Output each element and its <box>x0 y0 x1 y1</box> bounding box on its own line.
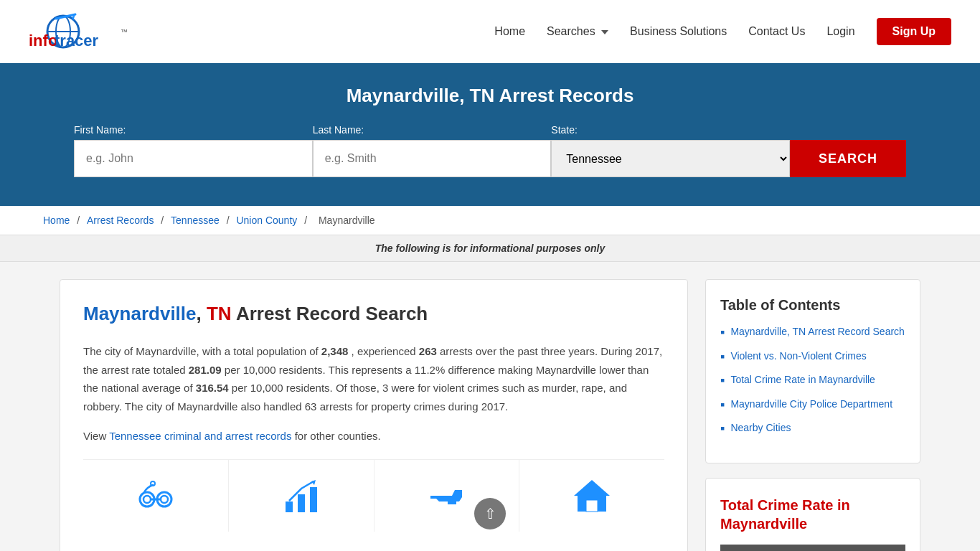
svg-rect-20 <box>586 500 598 512</box>
last-name-input[interactable] <box>313 140 552 177</box>
breadcrumb-tennessee[interactable]: Tennessee <box>171 215 220 226</box>
first-name-group: First Name: <box>74 124 313 177</box>
title-rest: Arrest Record Search <box>236 303 428 324</box>
col-year: Year <box>720 545 786 551</box>
crime-rate-table: Year Crime Rate <box>720 545 905 551</box>
tennessee-records-link[interactable]: Tennessee criminal and arrest records <box>109 430 291 442</box>
title-comma: , <box>197 303 202 324</box>
nav-business[interactable]: Business Solutions <box>630 25 727 38</box>
crime-rate-box: Total Crime Rate in Maynardville Year Cr… <box>705 478 920 551</box>
svg-rect-14 <box>286 501 293 512</box>
state-label: State: <box>551 124 790 136</box>
last-name-group: Last Name: <box>313 124 552 177</box>
breadcrumb-maynardville: Maynardville <box>319 215 375 226</box>
svg-point-9 <box>143 496 151 503</box>
first-name-input[interactable] <box>74 140 313 177</box>
toc-item: ▪ Violent vs. Non-Violent Crimes <box>720 349 905 365</box>
state-select[interactable]: AlabamaAlaskaArizona ArkansasCaliforniaC… <box>551 140 790 177</box>
toc-item: ▪ Maynardville, TN Arrest Record Search <box>720 325 905 341</box>
article-section: Maynardville, TN Arrest Record Search Th… <box>60 279 688 551</box>
toc-item: ▪ Nearby Cities <box>720 421 905 437</box>
right-column: Table of Contents ▪ Maynardville, TN Arr… <box>705 279 920 551</box>
svg-point-13 <box>151 481 155 486</box>
toc-link-1[interactable]: Maynardville, TN Arrest Record Search <box>730 325 905 339</box>
svg-rect-18 <box>430 496 433 499</box>
gun-icon <box>425 474 468 517</box>
navbar: info tracer ™ Home Searches Business Sol… <box>0 0 980 63</box>
state-group: State: AlabamaAlaskaArizona ArkansasCali… <box>551 124 790 177</box>
toc-link-5[interactable]: Nearby Cities <box>730 421 791 435</box>
toc-bullet-3: ▪ <box>720 373 725 389</box>
nav-links: Home Searches Business Solutions Contact… <box>494 18 951 45</box>
first-name-label: First Name: <box>74 124 313 136</box>
article-title: Maynardville, TN Arrest Record Search <box>83 303 664 325</box>
chart-icon <box>280 474 323 517</box>
last-name-label: Last Name: <box>313 124 552 136</box>
view-link-line: View Tennessee criminal and arrest recor… <box>83 430 664 442</box>
toc-link-3[interactable]: Total Crime Rate in Maynardville <box>730 373 875 387</box>
svg-rect-15 <box>298 494 305 512</box>
toc-bullet-5: ▪ <box>720 421 725 437</box>
nav-home[interactable]: Home <box>494 25 525 38</box>
toc-bullet-2: ▪ <box>720 349 725 365</box>
svg-text:™: ™ <box>121 28 128 36</box>
toc-title: Table of Contents <box>720 297 905 314</box>
chart-cell <box>229 460 374 532</box>
nav-login[interactable]: Login <box>826 25 854 38</box>
nav-signup[interactable]: Sign Up <box>877 18 951 45</box>
crime-rate-title: Total Crime Rate in Maynardville <box>720 496 905 533</box>
breadcrumb-union-county[interactable]: Union County <box>236 215 297 226</box>
title-city: Maynardville <box>83 303 197 324</box>
search-button[interactable]: SEARCH <box>790 140 906 177</box>
nav-contact[interactable]: Contact Us <box>748 25 805 38</box>
search-form: First Name: Last Name: State: AlabamaAla… <box>74 124 906 177</box>
hero-section: Maynardville, TN Arrest Records First Na… <box>0 63 980 206</box>
toc-box: Table of Contents ▪ Maynardville, TN Arr… <box>705 279 920 463</box>
scroll-to-top[interactable]: ⇧ <box>474 498 506 529</box>
toc-bullet-4: ▪ <box>720 397 725 413</box>
handcuffs-cell <box>83 460 229 532</box>
toc-bullet-1: ▪ <box>720 325 725 341</box>
svg-rect-16 <box>310 487 317 512</box>
handcuffs-icon <box>134 474 177 517</box>
breadcrumb-arrest-records[interactable]: Arrest Records <box>87 215 154 226</box>
chevron-down-icon <box>601 30 608 34</box>
toc-item: ▪ Maynardville City Police Department <box>720 397 905 413</box>
info-bar: The following is for informational purpo… <box>0 235 980 262</box>
col-rate: Crime Rate <box>786 545 905 551</box>
breadcrumb: Home / Arrest Records / Tennessee / Unio… <box>0 206 980 235</box>
toc-link-4[interactable]: Maynardville City Police Department <box>730 397 892 412</box>
toc-item: ▪ Total Crime Rate in Maynardville <box>720 373 905 389</box>
nav-searches[interactable]: Searches <box>547 25 608 38</box>
logo[interactable]: info tracer ™ <box>29 6 158 57</box>
svg-text:tracer: tracer <box>55 32 99 50</box>
toc-link-2[interactable]: Violent vs. Non-Violent Crimes <box>730 349 866 364</box>
hero-title: Maynardville, TN Arrest Records <box>29 85 951 107</box>
svg-point-11 <box>161 496 168 503</box>
breadcrumb-home[interactable]: Home <box>43 215 70 226</box>
article-body: The city of Maynardville, with a total p… <box>83 342 664 415</box>
house-icon <box>570 474 613 517</box>
title-state: TN <box>202 303 236 324</box>
house-cell <box>519 460 664 532</box>
svg-text:info: info <box>29 32 57 50</box>
icons-row <box>83 459 664 532</box>
toc-list: ▪ Maynardville, TN Arrest Record Search … <box>720 325 905 437</box>
